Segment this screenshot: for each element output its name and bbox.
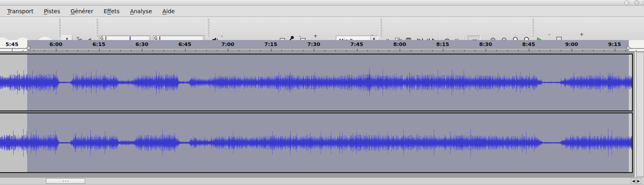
tools-toolbar-grip[interactable]: [58, 19, 61, 38]
menu-item-aide[interactable]: Aide: [158, 6, 179, 16]
maximize-button[interactable]: ▢: [634, 0, 639, 5]
timeline-label: 6:00: [50, 41, 62, 47]
timeline-minor-tick: [110, 50, 110, 51]
scroll-left-arrow[interactable]: ◀: [631, 178, 636, 184]
menu-item-analyse[interactable]: Analyse: [126, 6, 156, 16]
timeline-minor-tick: [67, 50, 67, 51]
close-button[interactable]: [642, 0, 644, 5]
selection-start-arrow-icon[interactable]: [26, 46, 30, 50]
meter-start-line: [106, 36, 106, 40]
timeline-minor-tick: [625, 50, 626, 51]
horizontal-scrollbar-thumb[interactable]: [46, 178, 85, 184]
timeline-label: 6:15: [92, 41, 105, 47]
timeline-major-tick: [357, 49, 357, 51]
timeline-major-tick: [314, 49, 314, 51]
menu-bar: TransportPistesGénérerEffetsAnalyseAide: [0, 6, 644, 17]
scroll-right-arrow[interactable]: ▶: [636, 178, 641, 184]
timeline-label: 7:45: [350, 41, 363, 47]
waveform-track-1[interactable]: [0, 54, 632, 111]
timeline-major-tick: [56, 49, 56, 51]
timeline-minor-tick: [518, 50, 518, 51]
timeline-label: 8:15: [436, 41, 449, 47]
timeline-minor-tick: [604, 50, 604, 51]
audacity-window: – ▢ TransportPistesGénérerEffetsAnalyseA…: [0, 0, 644, 185]
timeline-major-tick: [486, 49, 486, 51]
timeline-minor-tick: [239, 50, 239, 51]
timeline-minor-tick: [23, 50, 23, 51]
timeline-minor-tick: [432, 50, 433, 51]
timeline-minor-tick: [249, 50, 250, 51]
timeline-label: 7:15: [264, 41, 277, 47]
timeline-label: 6:30: [136, 41, 148, 47]
timeline-minor-tick: [260, 50, 261, 51]
timeline-minor-tick: [44, 50, 45, 51]
vertical-scrollbar-thumb[interactable]: [636, 52, 644, 177]
timeline-label: 8:30: [479, 41, 492, 47]
timeline-minor-tick: [303, 50, 303, 51]
timeline-minor-tick: [163, 50, 164, 51]
timeline-minor-tick: [496, 50, 497, 51]
timeline-label: 9:15: [608, 41, 621, 47]
timeline-minor-tick: [335, 50, 336, 51]
timeline-major-tick: [142, 49, 142, 51]
timeline-minor-tick: [120, 50, 121, 51]
timeline-minor-tick: [174, 50, 175, 51]
meter-toolbar-grip[interactable]: [96, 19, 98, 38]
timeline-minor-tick: [88, 50, 89, 51]
timeline-minor-tick: [507, 50, 508, 51]
track-area: [0, 52, 644, 177]
input-slider-min: -: [299, 33, 301, 39]
audio-track-2[interactable]: [0, 113, 633, 173]
timeline-minor-tick: [292, 50, 293, 51]
timeline-minor-tick: [195, 50, 196, 51]
timeline-quickplay-line: [0, 48, 644, 49]
timeline-major-tick: [572, 49, 572, 51]
timeline-minor-tick: [453, 50, 454, 51]
timeline-major-tick: [185, 49, 185, 51]
timeline-major-tick: [443, 49, 443, 51]
mixer-toolbar-grip[interactable]: [207, 19, 209, 38]
timeline-minor-tick: [34, 50, 34, 51]
output-slider-min: -: [221, 33, 223, 39]
selection-end-arrow-icon[interactable]: [626, 46, 631, 50]
timeline-selection: [27, 40, 629, 52]
timeline-label: 7:30: [307, 41, 320, 47]
timeline-minor-tick: [389, 50, 389, 51]
timeline-label: 8:00: [393, 41, 406, 47]
timeline-major-tick: [271, 49, 271, 51]
edit-toolbar-grip[interactable]: [380, 19, 382, 38]
timeline-minor-tick: [378, 50, 379, 51]
toolbar-dock: I ✎ ↔ ∗ G: [0, 17, 644, 40]
menu-item-transport[interactable]: Transport: [3, 6, 38, 16]
timeline-minor-tick: [464, 50, 465, 51]
audio-track-1[interactable]: [0, 54, 633, 111]
timeline-minor-tick: [582, 50, 583, 51]
meter-start-line: [160, 36, 160, 40]
horizontal-scrollbar[interactable]: ◀ ▶: [0, 177, 644, 184]
speed-slider-max: +: [580, 32, 584, 37]
timeline-major-tick: [529, 49, 529, 51]
timeline-major-tick: [12, 49, 12, 51]
timeline-label: 5:45: [6, 41, 18, 47]
timeline-minor-tick: [153, 50, 153, 51]
timeline-minor-tick: [325, 50, 325, 51]
transcription-toolbar-grip[interactable]: [532, 19, 534, 38]
title-bar[interactable]: – ▢: [0, 0, 644, 6]
timeline-minor-tick: [561, 50, 561, 51]
playback-indicator: [130, 36, 131, 40]
menu-item-générer[interactable]: Générer: [66, 6, 97, 16]
speed-slider-min: -: [548, 32, 550, 37]
timeline-ruler[interactable]: 5:456:006:156:306:457:007:157:307:458:00…: [0, 40, 644, 52]
timeline-label: 6:45: [178, 41, 191, 47]
vertical-scrollbar[interactable]: [635, 52, 644, 177]
timeline-minor-tick: [550, 50, 550, 51]
timeline-minor-tick: [539, 50, 540, 51]
menu-item-pistes[interactable]: Pistes: [40, 6, 64, 16]
timeline-major-tick: [400, 49, 400, 51]
timeline-minor-tick: [421, 50, 422, 51]
timeline-minor-tick: [131, 50, 132, 51]
minimize-button[interactable]: –: [624, 0, 629, 5]
waveform-track-2[interactable]: [0, 113, 632, 172]
timeline-minor-tick: [346, 50, 347, 51]
menu-item-effets[interactable]: Effets: [100, 6, 124, 16]
